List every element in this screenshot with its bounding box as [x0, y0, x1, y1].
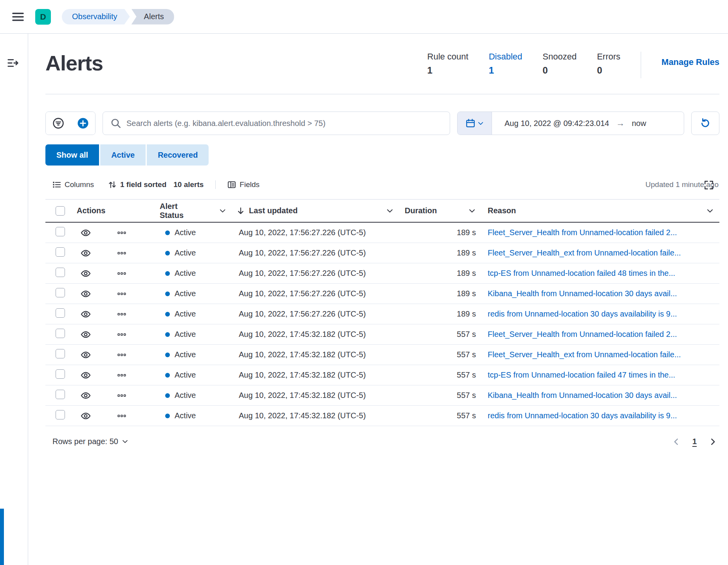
- saved-queries-button[interactable]: [46, 112, 70, 135]
- row-more-cell: [106, 412, 143, 420]
- fullscreen-icon[interactable]: [704, 180, 714, 190]
- manage-rules-link[interactable]: Manage Rules: [661, 57, 719, 67]
- alert-status-label: Active: [175, 371, 196, 380]
- quick-select-date-button[interactable]: [458, 112, 492, 135]
- tab-active[interactable]: Active: [100, 144, 146, 166]
- boxes-horizontal-icon: [117, 330, 126, 339]
- row-checkbox[interactable]: [56, 390, 65, 399]
- tab-recovered[interactable]: Recovered: [147, 144, 209, 166]
- reason-link[interactable]: Kibana_Health from Unnamed-location 30 d…: [488, 289, 713, 298]
- eye-icon: [81, 268, 91, 279]
- more-actions-button[interactable]: [117, 391, 126, 400]
- last-updated-cell: Aug 10, 2022, 17:45:32.182 (UTC-5): [225, 350, 402, 359]
- tab-show-all[interactable]: Show all: [45, 144, 99, 166]
- row-checkbox[interactable]: [56, 369, 65, 379]
- more-actions-button[interactable]: [117, 269, 126, 278]
- table-row: Active Aug 10, 2022, 17:56:27.226 (UTC-5…: [45, 263, 719, 284]
- more-actions-button[interactable]: [117, 249, 126, 257]
- view-alert-details-button[interactable]: [81, 289, 91, 299]
- sorted-label: 1 field sorted: [120, 180, 166, 189]
- table-row: Active Aug 10, 2022, 17:45:32.182 (UTC-5…: [45, 345, 719, 365]
- view-alert-details-button[interactable]: [81, 411, 91, 421]
- search-input[interactable]: [126, 119, 442, 128]
- more-actions-button[interactable]: [117, 290, 126, 298]
- reason-cell: tcp-ES from Unnamed-location failed 47 t…: [480, 371, 719, 380]
- date-start[interactable]: Aug 10, 2022 @ 09:42:23.014: [505, 119, 609, 128]
- boxes-horizontal-icon: [117, 310, 126, 318]
- more-actions-button[interactable]: [117, 412, 126, 420]
- view-alert-details-button[interactable]: [81, 268, 91, 279]
- alert-status-label: Active: [175, 289, 196, 298]
- view-alert-details-button[interactable]: [81, 309, 91, 319]
- duration-cell: 557 s: [402, 350, 480, 359]
- expand-sidebar-button[interactable]: [7, 57, 19, 69]
- row-view-cell: [74, 370, 106, 380]
- stat-label: Rule count: [427, 52, 469, 62]
- row-checkbox[interactable]: [56, 349, 65, 358]
- boxes-horizontal-icon: [117, 371, 126, 380]
- add-filter-button[interactable]: [70, 112, 95, 135]
- view-alert-details-button[interactable]: [81, 350, 91, 360]
- more-actions-button[interactable]: [117, 351, 126, 359]
- alert-status-cell: Active: [143, 309, 225, 318]
- reason-link[interactable]: Fleet_Server_Health_ext from Unnamed-loc…: [488, 248, 713, 257]
- row-checkbox[interactable]: [56, 288, 65, 297]
- breadcrumb-observability[interactable]: Observability: [62, 9, 130, 25]
- header-last-updated[interactable]: Last updated: [225, 206, 402, 215]
- header-reason[interactable]: Reason: [480, 206, 719, 215]
- row-view-cell: [74, 309, 106, 319]
- row-checkbox[interactable]: [56, 268, 65, 277]
- next-page-button[interactable]: [708, 437, 717, 446]
- view-alert-details-button[interactable]: [81, 228, 91, 238]
- alert-status-cell: Active: [143, 391, 225, 400]
- header-alert-status[interactable]: Alert Status: [143, 202, 225, 220]
- reason-link[interactable]: Kibana_Health from Unnamed-location 30 d…: [488, 391, 713, 400]
- more-actions-button[interactable]: [117, 330, 126, 339]
- duration-cell: 557 s: [402, 330, 480, 339]
- select-all-checkbox[interactable]: [56, 206, 65, 216]
- refresh-button[interactable]: [691, 112, 719, 135]
- row-checkbox[interactable]: [56, 247, 65, 257]
- view-alert-details-button[interactable]: [81, 329, 91, 340]
- previous-page-button[interactable]: [672, 437, 681, 446]
- columns-button[interactable]: Columns: [52, 180, 94, 189]
- stat-disabled[interactable]: Disabled 1: [489, 52, 523, 76]
- alert-status-cell: Active: [143, 330, 225, 339]
- view-alert-details-button[interactable]: [81, 248, 91, 258]
- view-alert-details-button[interactable]: [81, 390, 91, 401]
- row-checkbox[interactable]: [56, 410, 65, 419]
- header-alert-status-label: Alert Status: [160, 202, 202, 220]
- page-number-1[interactable]: 1: [692, 437, 697, 446]
- reason-link[interactable]: Fleet_Server_Health from Unnamed-locatio…: [488, 228, 713, 237]
- more-actions-button[interactable]: [117, 371, 126, 380]
- view-alert-details-button[interactable]: [81, 370, 91, 380]
- row-checkbox[interactable]: [56, 227, 65, 236]
- query-filter-group: [45, 112, 96, 135]
- alerts-table: Actions Alert Status Last updated Durati…: [45, 199, 719, 426]
- search-filter-bar: Aug 10, 2022 @ 09:42:23.014 → now: [45, 112, 719, 135]
- row-checkbox[interactable]: [56, 308, 65, 318]
- reason-link[interactable]: tcp-ES from Unnamed-location failed 48 t…: [488, 269, 713, 278]
- header-duration[interactable]: Duration: [402, 206, 480, 215]
- reason-link[interactable]: redis from Unnamed-location 30 days avai…: [488, 411, 713, 420]
- reason-link[interactable]: Fleet_Server_Health from Unnamed-locatio…: [488, 330, 713, 339]
- table-row: Active Aug 10, 2022, 17:56:27.226 (UTC-5…: [45, 223, 719, 243]
- row-checkbox[interactable]: [56, 329, 65, 338]
- sort-fields-button[interactable]: 1 field sorted: [108, 180, 166, 189]
- more-actions-button[interactable]: [117, 229, 126, 237]
- calendar-icon: [466, 119, 475, 128]
- menu-hamburger-button[interactable]: [12, 11, 24, 23]
- reason-link[interactable]: tcp-ES from Unnamed-location failed 47 t…: [488, 371, 713, 380]
- date-end[interactable]: now: [632, 119, 646, 128]
- reason-link[interactable]: redis from Unnamed-location 30 days avai…: [488, 309, 713, 318]
- last-updated-cell: Aug 10, 2022, 17:45:32.182 (UTC-5): [225, 371, 402, 380]
- date-range-display[interactable]: Aug 10, 2022 @ 09:42:23.014 → now: [492, 112, 684, 135]
- more-actions-button[interactable]: [117, 310, 126, 318]
- fields-button[interactable]: Fields: [227, 180, 259, 189]
- breadcrumb: Observability Alerts: [62, 9, 174, 25]
- rows-per-page-button[interactable]: Rows per page: 50: [52, 437, 128, 446]
- row-view-cell: [74, 248, 106, 258]
- space-avatar[interactable]: D: [35, 9, 51, 25]
- alert-status-label: Active: [175, 391, 196, 400]
- reason-link[interactable]: Fleet_Server_Health_ext from Unnamed-loc…: [488, 350, 713, 359]
